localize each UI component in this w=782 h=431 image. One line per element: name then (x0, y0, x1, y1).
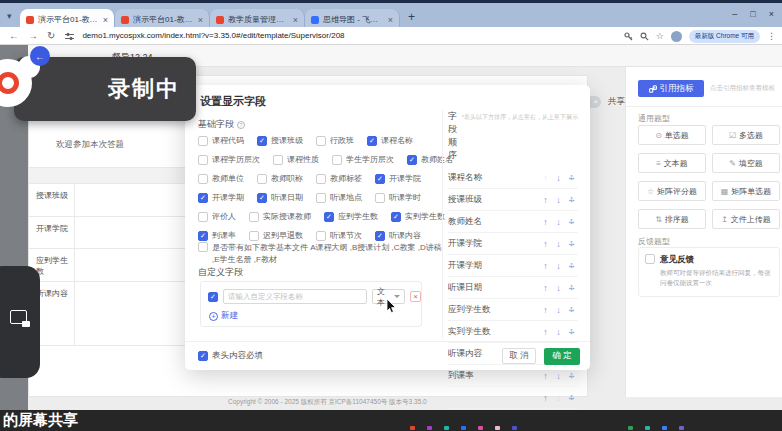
forward-icon[interactable]: → (28, 30, 38, 41)
field-checkbox[interactable] (332, 155, 342, 165)
taskbar-app-icon[interactable] (427, 426, 432, 430)
new-custom-field-button[interactable]: + 新建 (209, 310, 238, 322)
basic-field-option[interactable]: 听课内容 (375, 230, 421, 241)
basic-field-option[interactable]: 实到学生数 (391, 211, 445, 222)
basic-field-option[interactable]: 授课班级 (257, 135, 303, 146)
required-checkbox[interactable] (198, 351, 208, 361)
basic-field-option[interactable]: 听课学时 (375, 192, 421, 203)
basic-field-option[interactable]: 应到学生数 (324, 211, 378, 222)
move-down-icon[interactable]: ↓ (552, 239, 565, 249)
drag-handle-icon[interactable]: ↔↕ (565, 326, 578, 337)
field-checkbox[interactable] (198, 212, 208, 222)
question-type-button[interactable]: ☆ 矩阵评分题 (638, 181, 706, 201)
question-type-button[interactable]: ▦ 矩阵单选题 (712, 181, 780, 201)
basic-field-option[interactable]: 教师标签 (316, 173, 362, 184)
field-checkbox[interactable] (198, 242, 208, 252)
basic-field-option[interactable]: 听课地点 (316, 192, 362, 203)
drag-handle-icon[interactable]: ↔↕ (565, 370, 578, 381)
chrome-update-pill[interactable]: 最新版 Chrome 可用 (689, 30, 760, 43)
custom-field-checkbox[interactable] (208, 292, 218, 302)
basic-field-option[interactable]: 课程性质 (273, 154, 319, 165)
basic-field-option[interactable]: 听课节次 (316, 230, 362, 241)
drag-handle-icon[interactable]: ↔↕ (565, 194, 578, 205)
field-checkbox[interactable] (316, 193, 326, 203)
field-checkbox[interactable] (391, 212, 401, 222)
field-checkbox[interactable] (198, 231, 208, 241)
field-checkbox[interactable] (324, 212, 334, 222)
taskbar-app-icon[interactable] (512, 426, 517, 430)
basic-field-option[interactable]: 课程学历层次 (198, 154, 260, 165)
field-checkbox[interactable] (375, 174, 385, 184)
window-minimize-button[interactable]: – (732, 9, 737, 19)
field-checkbox[interactable] (316, 231, 326, 241)
confirm-button[interactable]: 确 定 (544, 348, 580, 365)
field-checkbox[interactable] (249, 231, 259, 241)
question-type-button[interactable]: ⊙ 单选题 (638, 125, 706, 145)
move-up-icon[interactable]: ↑ (539, 327, 552, 337)
page-back-button[interactable]: ← (30, 46, 50, 66)
tab-close-icon[interactable]: × (198, 15, 203, 25)
drag-handle-icon[interactable]: ↔↕ (565, 172, 578, 183)
move-up-icon[interactable]: ↑ (539, 239, 552, 249)
move-down-icon[interactable]: ↓ (552, 195, 565, 205)
field-checkbox[interactable] (316, 136, 326, 146)
taskbar-app-icon[interactable] (679, 426, 684, 430)
taskbar-app-icon[interactable] (444, 426, 449, 430)
question-type-button[interactable]: ↥ 文件上传题 (712, 209, 780, 229)
basic-field-option[interactable]: 实际授课教师 (249, 211, 311, 222)
drag-handle-icon[interactable]: ↔↕ (565, 282, 578, 293)
password-key-icon[interactable] (624, 27, 633, 45)
basic-field-option[interactable]: 教师职称 (257, 173, 303, 184)
delete-custom-field-icon[interactable]: × (410, 291, 421, 302)
field-checkbox[interactable] (257, 193, 267, 203)
tab-search-icon[interactable]: ▾ (7, 11, 12, 21)
basic-field-option[interactable]: 课程名称 (367, 135, 413, 146)
info-icon[interactable]: ? (237, 121, 245, 129)
url-text[interactable]: demo1.mycospxk.com/index.html?v=3.35.0#/… (82, 31, 344, 40)
doc-field-option[interactable]: 是否带有如下教学基本文件 A课程大纲 ,B授课计划 ,C教案 ,D讲稿 ,E学生… (198, 242, 443, 266)
move-down-icon[interactable]: ↓ (552, 217, 565, 227)
move-down-icon[interactable]: ↓ (552, 393, 565, 403)
field-checkbox[interactable] (407, 155, 417, 165)
question-type-button[interactable]: ☑ 多选题 (712, 125, 780, 145)
reference-indicator-button[interactable]: 引用指标 (638, 80, 704, 97)
move-up-icon[interactable]: ↑ (539, 283, 552, 293)
site-info-icon[interactable] (65, 27, 74, 45)
screen-share-dock[interactable] (0, 266, 40, 378)
taskbar-app-icon[interactable] (495, 426, 500, 430)
profile-avatar[interactable] (671, 31, 682, 42)
basic-field-option[interactable]: 课程代码 (198, 135, 244, 146)
taskbar-app-icon[interactable] (410, 426, 415, 430)
move-down-icon[interactable]: ↓ (552, 327, 565, 337)
new-tab-button[interactable]: + (408, 10, 415, 24)
taskbar-app-icon[interactable] (461, 426, 466, 430)
field-checkbox[interactable] (249, 212, 259, 222)
drag-handle-icon[interactable]: ↔↕ (565, 392, 578, 403)
move-down-icon[interactable]: ↓ (552, 305, 565, 315)
field-checkbox[interactable] (198, 193, 208, 203)
field-checkbox[interactable] (367, 136, 377, 146)
drag-handle-icon[interactable]: ↔↕ (565, 304, 578, 315)
move-up-icon[interactable]: ↑ (539, 261, 552, 271)
basic-field-option[interactable]: 教师单位 (198, 173, 244, 184)
basic-field-option[interactable]: 迟到早退数 (249, 230, 303, 241)
field-checkbox[interactable] (198, 136, 208, 146)
basic-field-option[interactable]: 开课学院 (375, 173, 421, 184)
taskbar-app-icon[interactable] (478, 426, 483, 430)
field-checkbox[interactable] (198, 174, 208, 184)
field-checkbox[interactable] (316, 174, 326, 184)
drag-handle-icon[interactable]: ↔↕ (565, 260, 578, 271)
move-down-icon[interactable]: ↓ (552, 173, 565, 183)
basic-field-option[interactable]: 学生学历层次 (332, 154, 394, 165)
tab-close-icon[interactable]: × (293, 15, 298, 25)
window-close-button[interactable]: × (769, 9, 774, 19)
move-up-icon[interactable]: ↑ (539, 173, 552, 183)
field-checkbox[interactable] (198, 155, 208, 165)
move-up-icon[interactable]: ↑ (539, 371, 552, 381)
move-down-icon[interactable]: ↓ (552, 283, 565, 293)
basic-field-option[interactable]: 教师姓名 (407, 154, 453, 165)
tab-close-icon[interactable]: × (388, 15, 393, 25)
basic-field-option[interactable]: 到课率 (198, 230, 236, 241)
back-icon[interactable]: ← (9, 30, 19, 41)
drag-handle-icon[interactable]: ↔↕ (565, 238, 578, 249)
